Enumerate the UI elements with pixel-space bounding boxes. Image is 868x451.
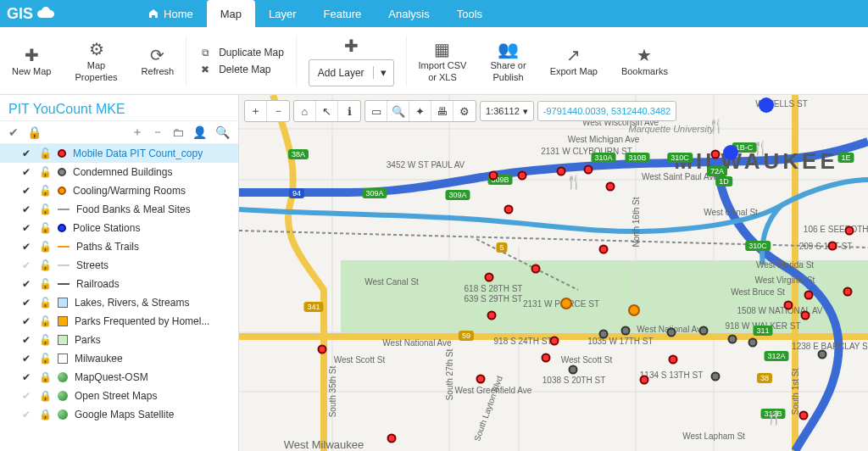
lock-toggle[interactable]: 🔒 (39, 371, 51, 383)
lock-toggle[interactable]: 🔓 (39, 222, 51, 234)
zoom-rect-button[interactable]: 🔍 (387, 101, 409, 121)
share-button[interactable]: 👥 Share or Publish (478, 27, 537, 94)
visibility-toggle[interactable]: ✔ (20, 185, 32, 197)
visibility-toggle[interactable]: ✔ (20, 166, 32, 178)
map-marker[interactable] (804, 291, 814, 300)
map-marker[interactable] (828, 242, 837, 251)
map-marker[interactable] (487, 311, 497, 320)
lock-toggle[interactable]: 🔓 (39, 315, 51, 327)
print-button[interactable]: 🖶 (431, 101, 453, 121)
layer-item[interactable]: ✔🔓Paths & Trails (0, 237, 238, 256)
map-marker[interactable] (531, 264, 541, 274)
police-station-marker[interactable] (759, 97, 774, 113)
visibility-toggle[interactable]: ✔ (20, 334, 32, 346)
lock-toggle[interactable]: 🔓 (39, 353, 51, 365)
map-marker[interactable] (318, 345, 327, 354)
layer-item[interactable]: ✔🔓Parks (0, 331, 238, 349)
map-marker[interactable] (569, 365, 578, 375)
map-marker[interactable] (560, 298, 572, 309)
layer-item[interactable]: ✔🔓Condemned Buildings (0, 163, 238, 181)
add-layer-dropdown[interactable]: Add Layer ▾ (309, 59, 394, 86)
visibility-toggle[interactable]: ✔ (20, 259, 32, 271)
tab-layer[interactable]: Layer (255, 0, 310, 27)
layer-item[interactable]: ✔🔒Open Street Maps (0, 387, 238, 405)
map-marker[interactable] (784, 301, 793, 310)
layer-item[interactable]: ✔🔓Cooling/Warming Rooms (0, 181, 238, 200)
map-marker[interactable] (504, 205, 514, 214)
lock-toggle[interactable]: 🔓 (39, 185, 51, 197)
lock-toggle[interactable]: 🔒 (39, 409, 51, 420)
lock-toggle[interactable]: 🔓 (39, 259, 51, 271)
layer-item[interactable]: ✔🔓Food Banks & Meal Sites (0, 200, 238, 219)
export-map-button[interactable]: ↗ Export Map (538, 27, 609, 94)
bookmarks-button[interactable]: ★ Bookmarks (609, 27, 680, 94)
tab-feature[interactable]: Feature (310, 0, 376, 27)
new-map-button[interactable]: ✚ New Map (0, 27, 63, 94)
import-csv-button[interactable]: ▦ Import CSV or XLS (407, 27, 479, 94)
map-marker[interactable]: 🍴 (752, 143, 761, 153)
visibility-toggle[interactable]: ✔ (20, 315, 32, 327)
add-layer-icon[interactable]: ＋ (131, 125, 143, 140)
map-marker[interactable] (711, 150, 721, 159)
map-marker[interactable] (640, 376, 649, 385)
visibility-toggle[interactable]: ✔ (20, 353, 32, 365)
visibility-toggle[interactable]: ✔ (20, 371, 32, 383)
map-marker[interactable] (799, 411, 809, 420)
delete-map-button[interactable]: ✖ Delete Map (198, 64, 284, 75)
visibility-column-icon[interactable]: ✔ (8, 125, 19, 139)
lock-toggle[interactable]: 🔓 (39, 241, 51, 253)
layer-item[interactable]: ✔🔒MapQuest-OSM (0, 368, 238, 387)
pan-tool-button[interactable]: ↖ (316, 101, 338, 121)
tab-analysis[interactable]: Analysis (375, 0, 442, 27)
lock-toggle[interactable]: 🔓 (39, 297, 51, 309)
visibility-toggle[interactable]: ✔ (20, 409, 32, 420)
map-marker[interactable] (845, 226, 854, 236)
lock-toggle[interactable]: 🔒 (39, 390, 51, 402)
map-canvas[interactable]: MILWAUKEE Marquette University West Milw… (239, 95, 868, 451)
zoom-to-icon[interactable]: 🔍 (215, 125, 230, 139)
layer-item[interactable]: ✔🔓Police Stations (0, 219, 238, 237)
map-marker[interactable] (669, 355, 678, 365)
map-marker[interactable]: 🍴 (708, 121, 717, 131)
map-marker[interactable] (621, 326, 631, 336)
map-marker[interactable]: 🍴 (765, 413, 775, 422)
layer-item[interactable]: ✔🔒Google Maps Satellite (0, 405, 238, 424)
scale-display[interactable]: 1:36112▾ (480, 101, 534, 121)
map-marker[interactable] (843, 287, 853, 297)
map-marker[interactable] (599, 330, 609, 339)
map-marker[interactable] (485, 273, 494, 282)
visibility-toggle[interactable]: ✔ (20, 241, 32, 253)
visibility-toggle[interactable]: ✔ (20, 278, 32, 290)
map-marker[interactable] (518, 171, 527, 181)
measure-button[interactable]: ✦ (409, 101, 431, 121)
map-marker[interactable] (550, 337, 559, 346)
map-marker[interactable] (387, 434, 397, 443)
visibility-toggle[interactable]: ✔ (20, 222, 32, 234)
police-station-marker[interactable] (723, 145, 738, 160)
map-marker[interactable] (599, 245, 609, 254)
lock-toggle[interactable]: 🔓 (39, 334, 51, 346)
lock-toggle[interactable]: 🔓 (39, 166, 51, 178)
visibility-toggle[interactable]: ✔ (20, 297, 32, 309)
folder-icon[interactable]: 🗀 (172, 125, 184, 139)
map-marker[interactable]: 🍴 (565, 177, 575, 187)
map-marker[interactable] (606, 182, 615, 192)
map-marker[interactable] (667, 328, 676, 337)
refresh-button[interactable]: ⟳ Refresh (130, 27, 186, 94)
map-marker[interactable] (542, 354, 551, 363)
map-marker[interactable] (628, 304, 640, 316)
remove-layer-icon[interactable]: － (152, 125, 164, 140)
tab-map[interactable]: Map (207, 0, 255, 27)
map-marker[interactable] (476, 375, 486, 384)
map-marker[interactable] (748, 338, 758, 348)
map-marker[interactable] (818, 350, 827, 359)
settings-button[interactable]: ⚙ (453, 101, 476, 121)
layer-item[interactable]: ✔🔓Milwaukee (0, 349, 238, 368)
duplicate-map-button[interactable]: ⧉ Duplicate Map (198, 47, 284, 58)
lock-column-icon[interactable]: 🔒 (27, 125, 42, 139)
visibility-toggle[interactable]: ✔ (20, 203, 32, 215)
map-properties-button[interactable]: ⚙ Map Properties (63, 27, 129, 94)
map-marker[interactable] (489, 171, 498, 181)
map-marker[interactable] (801, 311, 810, 320)
layer-item[interactable]: ✔🔓Streets (0, 256, 238, 275)
